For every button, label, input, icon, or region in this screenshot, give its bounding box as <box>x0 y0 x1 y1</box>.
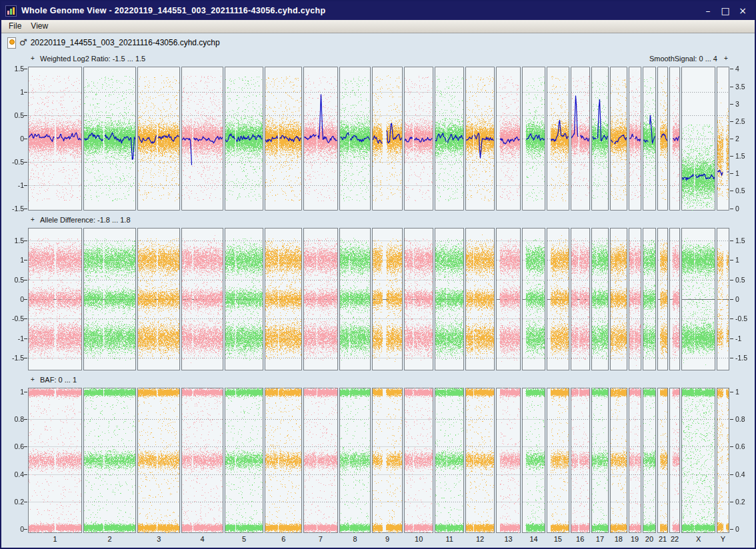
y-tick-label-right: -0.5 <box>735 314 756 322</box>
chromosome-label: 20 <box>645 535 653 543</box>
y-tick-label-right: -1 <box>735 334 756 342</box>
y-tick-label-left: 1 <box>3 388 24 396</box>
y-tick-label-right: 0.5 <box>735 187 756 195</box>
y-tick-label-left: 0.4 <box>3 470 24 478</box>
y-tick-label-left: -0.5 <box>3 158 24 166</box>
y-tick-label-left: -1 <box>3 334 24 342</box>
chromosome-label: 8 <box>353 535 357 543</box>
y-tick-label-left: 0.5 <box>3 276 24 284</box>
y-tick-label-right: 0.2 <box>735 498 756 506</box>
log2-track-header: + Weighted Log2 Ratio: -1.5 ... 1.5 Smoo… <box>1 55 756 65</box>
y-tick-label-left: 1.5 <box>3 237 24 245</box>
y-tick-label-left: -1.5 <box>3 354 24 362</box>
y-tick-label-right: 0.6 <box>735 442 756 450</box>
window-title: Whole Genome View - 20220119_144551_003_… <box>21 6 695 15</box>
chromosome-label: 18 <box>615 535 623 543</box>
baf-plot[interactable] <box>1 388 756 533</box>
expand-log2-track-button[interactable]: + <box>31 55 35 62</box>
menu-view[interactable]: View <box>27 21 54 32</box>
y-tick-label-right: 2.5 <box>735 117 756 125</box>
y-tick-label-left: 0.6 <box>3 442 24 450</box>
y-tick-label-right: 1 <box>735 388 756 396</box>
y-tick-label-right: 0.8 <box>735 415 756 423</box>
allele-difference-plot[interactable] <box>1 228 756 370</box>
sample-filename: 20220119_144551_003_20211116-43056.cyhd.… <box>31 38 220 47</box>
allele-diff-track-header: + Allele Difference: -1.8 ... 1.8 <box>1 216 756 226</box>
y-tick-label-left: -1.5 <box>3 205 24 213</box>
y-tick-label-left: 1.5 <box>3 65 24 73</box>
y-tick-label-left: 0.8 <box>3 415 24 423</box>
y-tick-label-left: 1 <box>3 256 24 264</box>
y-tick-label-left: 0 <box>3 525 24 533</box>
baf-track-title: BAF: 0 ... 1 <box>40 376 77 384</box>
y-tick-label-right: 0 <box>735 525 756 533</box>
menu-bar: File View <box>1 20 755 33</box>
minimize-button[interactable]: – <box>700 4 716 17</box>
chromosome-label: 11 <box>446 535 453 543</box>
y-tick-label-right: 3.5 <box>735 83 756 91</box>
chromosome-label: 17 <box>596 535 604 543</box>
y-tick-label-right: 0.4 <box>735 470 756 478</box>
chromosome-label: Y <box>721 535 725 543</box>
chromosome-label: X <box>696 535 701 543</box>
expand-baf-button[interactable]: + <box>31 376 35 383</box>
allele-diff-track-title: Allele Difference: -1.8 ... 1.8 <box>40 216 131 224</box>
y-tick-label-left: 0.2 <box>3 498 24 506</box>
title-bar[interactable]: Whole Genome View - 20220119_144551_003_… <box>1 1 755 20</box>
y-tick-label-left: 0.5 <box>3 111 24 119</box>
y-tick-label-right: 0.5 <box>735 276 756 284</box>
y-tick-label-right: 0 <box>735 295 756 303</box>
baf-track-header: + BAF: 0 ... 1 <box>1 376 756 386</box>
chromosome-label: 9 <box>385 535 389 543</box>
y-tick-label-right: 1.5 <box>735 152 756 160</box>
smoothsignal-title: SmoothSignal: 0 ... 4 <box>649 55 717 63</box>
expand-allele-diff-button[interactable]: + <box>31 216 35 223</box>
chromosome-label: 22 <box>671 535 679 543</box>
y-tick-label-left: -1 <box>3 181 24 189</box>
y-tick-label-left: -0.5 <box>3 314 24 322</box>
y-tick-label-right: 4 <box>735 65 756 73</box>
chromosome-label: 7 <box>319 535 323 543</box>
log2-track-title: Weighted Log2 Ratio: -1.5 ... 1.5 <box>40 55 145 63</box>
y-tick-label-right: 1 <box>735 256 756 264</box>
maximize-button[interactable]: □ <box>717 4 733 17</box>
y-tick-label-left: 0 <box>3 295 24 303</box>
chromosome-label: 14 <box>530 535 538 543</box>
log2-ratio-plot[interactable] <box>1 67 756 211</box>
chromosome-label: 19 <box>631 535 639 543</box>
expand-smoothsignal-button[interactable]: + <box>724 55 728 62</box>
application-window: Whole Genome View - 20220119_144551_003_… <box>0 0 756 549</box>
chromosome-label: 2 <box>107 535 111 543</box>
chromosome-label: 15 <box>554 535 562 543</box>
chromosome-label: 13 <box>504 535 512 543</box>
chromosome-label: 5 <box>242 535 246 543</box>
y-tick-label-right: -1.5 <box>735 354 756 362</box>
y-tick-label-left: 0 <box>3 135 24 143</box>
y-tick-label-right: 0 <box>735 205 756 213</box>
y-tick-label-right: 1.5 <box>735 237 756 245</box>
sample-row[interactable]: ♂ 20220119_144551_003_20211116-43056.cyh… <box>1 35 220 51</box>
chromosome-label: 12 <box>476 535 484 543</box>
menu-file[interactable]: File <box>5 21 27 32</box>
male-symbol-icon: ♂ <box>19 38 27 47</box>
cychp-file-icon <box>7 37 16 49</box>
chromosome-label: 4 <box>200 535 204 543</box>
y-tick-label-left: 1 <box>3 88 24 96</box>
chromosome-label: 16 <box>576 535 584 543</box>
chromosome-label: 10 <box>415 535 423 543</box>
y-tick-label-right: 3 <box>735 100 756 108</box>
y-tick-label-right: 2 <box>735 135 756 143</box>
chromosome-label: 6 <box>281 535 285 543</box>
chromosome-label: 1 <box>53 535 57 543</box>
chromosome-label: 21 <box>659 535 667 543</box>
y-tick-label-right: 1 <box>735 169 756 177</box>
close-button[interactable]: × <box>735 4 751 17</box>
chromosome-label: 3 <box>157 535 161 543</box>
app-icon <box>5 5 17 17</box>
